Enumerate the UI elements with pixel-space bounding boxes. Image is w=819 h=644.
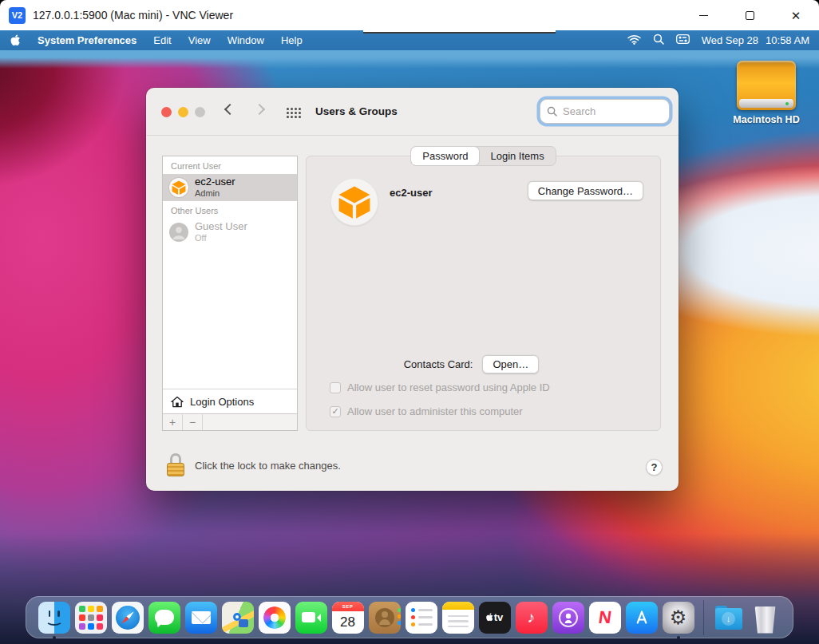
dock-item-notes[interactable]	[442, 602, 474, 634]
user-list-controls: + −	[163, 413, 297, 430]
menubar-item-view[interactable]: View	[188, 34, 211, 46]
dock-item-contacts[interactable]	[369, 602, 401, 634]
reset-password-checkbox[interactable]	[330, 382, 341, 393]
sidebar-item-guest-user[interactable]: Guest User Off	[163, 219, 297, 246]
dock-item-photos[interactable]	[259, 602, 291, 634]
minimize-traffic-light[interactable]	[178, 107, 188, 117]
dock-item-safari[interactable]	[112, 602, 144, 634]
podcasts-icon	[556, 606, 580, 630]
volume-label: Macintosh HD	[728, 114, 805, 125]
tab-login-items[interactable]: Login Items	[479, 147, 555, 165]
back-button[interactable]	[226, 105, 234, 113]
dock-item-launchpad[interactable]	[75, 602, 107, 634]
minimize-icon	[699, 15, 708, 16]
sidebar-item-ec2-user[interactable]: ec2-user Admin	[163, 174, 297, 201]
dock-item-messages[interactable]	[148, 602, 180, 634]
ec2-user-avatar-icon	[169, 178, 188, 197]
maximize-icon	[746, 11, 754, 20]
dock-item-mail[interactable]	[185, 602, 217, 634]
dock-item-trash[interactable]	[750, 602, 781, 634]
reset-password-label: Allow user to reset password using Apple…	[347, 381, 550, 393]
finder-running-dot	[53, 636, 56, 639]
ec2-cube-icon	[336, 184, 373, 220]
login-options-label: Login Options	[190, 396, 254, 408]
administer-label: Allow user to administer this computer	[347, 405, 523, 417]
dock-item-downloads[interactable]: ↓	[713, 602, 745, 634]
zoom-traffic-light[interactable]	[195, 107, 205, 117]
calendar-day: 28	[332, 611, 364, 634]
contacts-card-label: Contacts Card:	[404, 358, 473, 370]
help-button[interactable]: ?	[646, 459, 663, 476]
dock-item-tv[interactable]: tv	[479, 602, 511, 634]
sidebar-guest-name: Guest User	[195, 221, 247, 232]
lock-button[interactable]	[167, 453, 184, 476]
add-user-button[interactable]: +	[163, 414, 183, 430]
trash-icon	[754, 606, 777, 634]
current-user-header: Current User	[163, 156, 297, 174]
menubar-item-edit[interactable]: Edit	[153, 34, 171, 46]
menubar-item-window[interactable]: Window	[228, 34, 264, 46]
tv-label: tv	[494, 611, 504, 623]
vnc-toolbar-peek[interactable]	[363, 30, 556, 34]
sidebar-user-role: Admin	[195, 188, 235, 199]
pane-user-name: ec2-user	[390, 187, 432, 199]
vnc-viewer-icon: V2	[9, 7, 26, 24]
download-arrow-icon: ↓	[722, 612, 735, 626]
dock-item-news[interactable]: N	[589, 602, 621, 634]
administer-checkbox-row: ✓ Allow user to administer this computer	[330, 405, 523, 417]
sidebar-guest-status: Off	[195, 233, 247, 243]
remove-user-button[interactable]: −	[183, 414, 203, 430]
close-traffic-light[interactable]	[161, 107, 172, 117]
menubar-clock[interactable]: 10:58 AM	[766, 34, 809, 46]
control-center-icon[interactable]	[676, 34, 690, 46]
vnc-titlebar: V2 127.0.0.1:5900 (Mac mini) - VNC Viewe…	[0, 0, 819, 30]
change-password-button[interactable]: Change Password…	[528, 181, 643, 200]
dock-item-calendar[interactable]: SEP 28	[332, 602, 364, 634]
search-icon	[547, 106, 557, 117]
apple-menu[interactable]	[10, 34, 21, 46]
dock-item-maps[interactable]	[222, 602, 254, 634]
vnc-window-title: 127.0.0.1:5900 (Mac mini) - VNC Viewer	[33, 9, 233, 22]
dock-item-reminders[interactable]	[406, 602, 437, 634]
tab-password[interactable]: Password	[411, 147, 479, 165]
screen: V2 127.0.0.1:5900 (Mac mini) - VNC Viewe…	[0, 0, 819, 644]
dock-item-app-store[interactable]	[626, 602, 658, 634]
sidebar-user-name: ec2-user	[195, 176, 235, 188]
wifi-icon[interactable]	[627, 34, 641, 47]
desktop-icon-macintosh-hd[interactable]: Macintosh HD	[728, 61, 805, 125]
open-contacts-card-button[interactable]: Open…	[482, 355, 539, 373]
login-options-button[interactable]: Login Options	[163, 389, 297, 413]
menubar-item-help[interactable]: Help	[281, 34, 303, 46]
close-button[interactable]: ✕	[773, 0, 819, 30]
menubar-date[interactable]: Wed Sep 28	[702, 34, 758, 46]
password-pane: ec2-user Change Password… Contacts Card:…	[306, 156, 661, 431]
spotlight-search-icon[interactable]	[653, 34, 664, 47]
gear-icon: ⚙	[670, 606, 687, 629]
dock-separator	[703, 600, 704, 635]
users-sidebar: Current User ec2-user Admin Other Users	[162, 156, 298, 431]
user-avatar[interactable]	[330, 178, 378, 226]
dock-item-finder[interactable]	[38, 602, 70, 634]
tab-bar: Password Login Items	[306, 146, 661, 166]
search-input[interactable]	[561, 105, 649, 118]
minimize-button[interactable]	[680, 0, 726, 30]
forward-button[interactable]	[255, 105, 263, 113]
menubar-item-system-preferences[interactable]: System Preferences	[38, 34, 136, 46]
dock-item-system-preferences[interactable]: ⚙	[663, 602, 694, 634]
apple-icon	[10, 34, 21, 46]
app-store-icon	[631, 607, 652, 628]
dock-item-music[interactable]: ♪	[516, 602, 548, 634]
close-icon: ✕	[791, 10, 801, 22]
window-toolbar: Users & Groups	[146, 88, 679, 136]
maximize-button[interactable]	[726, 0, 773, 30]
search-field[interactable]	[540, 99, 670, 124]
show-all-preferences-button[interactable]	[287, 108, 301, 118]
dock-item-podcasts[interactable]	[552, 602, 584, 634]
macos-desktop: System Preferences Edit View Window Help…	[0, 30, 819, 644]
administer-checkbox[interactable]: ✓	[330, 406, 341, 417]
music-note-icon: ♪	[528, 609, 536, 626]
apple-logo-icon	[486, 613, 493, 622]
other-users-header: Other Users	[163, 201, 297, 219]
sysprefs-running-dot	[677, 636, 680, 639]
dock-item-facetime[interactable]	[295, 602, 327, 634]
